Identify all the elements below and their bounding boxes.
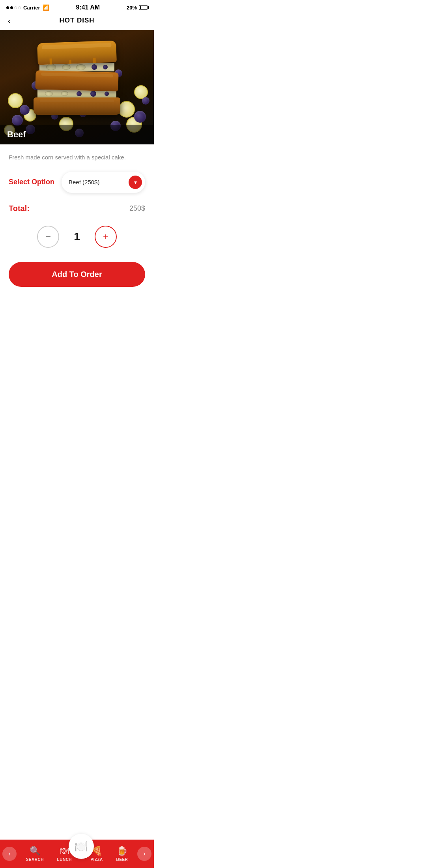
- nav-item-search[interactable]: 🔍 SEARCH: [22, 843, 48, 865]
- back-button[interactable]: ‹: [8, 16, 11, 25]
- dish-icon: 🍽️: [74, 840, 88, 853]
- wifi-icon: 📶: [43, 4, 49, 11]
- quantity-value: 1: [71, 230, 83, 243]
- carrier-label: Carrier: [23, 5, 40, 11]
- hero-image: Beef: [0, 30, 154, 144]
- add-to-order-button[interactable]: Add To Order: [9, 262, 145, 287]
- nav-center-circle: 🍽️: [69, 834, 94, 859]
- battery-percent: 20%: [127, 5, 137, 11]
- increase-button[interactable]: +: [95, 226, 117, 248]
- status-left: Carrier 📶: [6, 4, 49, 11]
- status-time: 9:41 AM: [76, 4, 100, 11]
- nav-label-beer: BEER: [116, 857, 128, 862]
- signal-icon: [6, 6, 21, 9]
- decrease-button[interactable]: −: [37, 226, 59, 248]
- status-bar: Carrier 📶 9:41 AM 20%: [0, 0, 154, 13]
- dropdown-button[interactable]: ▾: [129, 176, 142, 189]
- product-description: Fresh made corn served with a special ca…: [9, 153, 145, 162]
- selected-option-text: Beef (250$): [69, 179, 99, 185]
- select-option-row: Select Option Beef (250$) ▾: [9, 172, 145, 193]
- bottom-nav: ‹ 🔍 SEARCH 🍽 LUNCH 🍽️ 🍕 PIZZA 🍺 BEER ›: [0, 840, 154, 868]
- total-row: Total: 250$: [9, 204, 145, 213]
- status-right: 20%: [127, 5, 148, 11]
- option-dropdown[interactable]: Beef (250$) ▾: [62, 172, 145, 193]
- content-area: Fresh made corn served with a special ca…: [0, 144, 154, 287]
- beer-icon: 🍺: [117, 846, 127, 856]
- nav-label-lunch: LUNCH: [57, 857, 72, 862]
- battery-icon: [139, 5, 148, 10]
- nav-back-arrow[interactable]: ‹: [2, 847, 17, 861]
- nav-item-beer[interactable]: 🍺 BEER: [112, 843, 132, 865]
- nav-label-pizza: PIZZA: [90, 857, 103, 862]
- nav-label-search: SEARCH: [26, 857, 44, 862]
- total-amount: 250$: [129, 204, 145, 213]
- chevron-down-icon: ▾: [134, 180, 137, 185]
- top-nav: ‹ HOT DISH: [0, 13, 154, 30]
- quantity-controls: − 1 +: [9, 226, 145, 248]
- nav-forward-arrow[interactable]: ›: [137, 847, 151, 861]
- page-title: HOT DISH: [59, 17, 94, 24]
- search-icon: 🔍: [30, 846, 40, 856]
- hero-label: Beef: [0, 125, 154, 144]
- lunch-icon: 🍽: [60, 846, 69, 856]
- select-option-label: Select Option: [9, 178, 54, 186]
- total-label: Total:: [9, 204, 30, 213]
